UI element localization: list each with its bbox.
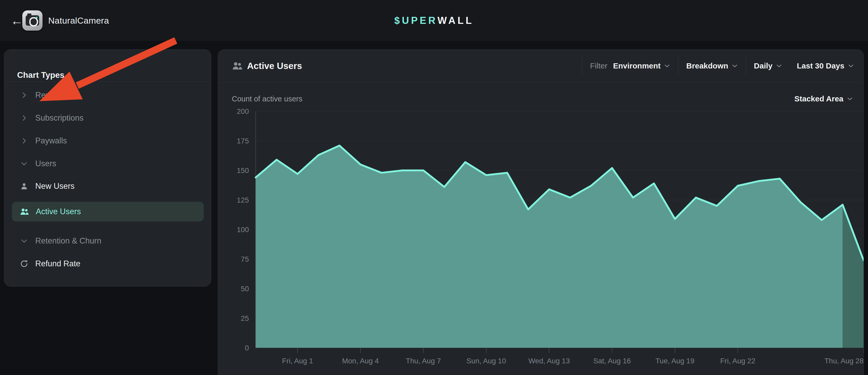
- sidebar-item-label: Retention & Churn: [35, 236, 101, 246]
- divider: [4, 81, 211, 82]
- chevron-down-icon: [847, 63, 854, 69]
- active-users-panel: Active Users Filter Environment Breakdow…: [218, 49, 864, 375]
- sidebar-item-label: Active Users: [36, 207, 81, 216]
- sidebar-item-label: Paywalls: [35, 136, 67, 146]
- chevron-down-icon: [20, 237, 29, 245]
- svg-text:Wed, Aug 13: Wed, Aug 13: [528, 357, 570, 365]
- sidebar-item-label: New Users: [35, 182, 75, 191]
- person-icon: [20, 182, 29, 191]
- chevron-right-icon: [20, 136, 29, 145]
- chevron-right-icon: [20, 114, 29, 122]
- refresh-icon: [20, 259, 29, 268]
- svg-text:100: 100: [237, 226, 249, 234]
- panel-header: Active Users Filter Environment Breakdow…: [218, 50, 864, 82]
- svg-text:75: 75: [241, 255, 249, 263]
- svg-text:125: 125: [237, 196, 249, 204]
- area-chart-svg: 0255075100125150175200Fri, Aug 1Mon, Aug…: [230, 108, 864, 368]
- svg-text:50: 50: [241, 285, 249, 293]
- environment-dropdown[interactable]: Environment: [613, 61, 671, 70]
- area-chart: 0255075100125150175200Fri, Aug 1Mon, Aug…: [230, 108, 864, 368]
- svg-text:175: 175: [237, 137, 249, 145]
- divider: [678, 57, 679, 75]
- breakdown-dropdown[interactable]: Breakdown: [686, 61, 738, 70]
- sidebar-item-label: Users: [35, 159, 56, 168]
- people-icon: [232, 60, 243, 71]
- sidebar-item-label: Refund Rate: [35, 259, 81, 269]
- chevron-down-icon: [846, 95, 853, 102]
- divider: [582, 57, 582, 75]
- sidebar-item-label: Subscriptions: [35, 113, 84, 123]
- chevron-down-icon: [776, 63, 782, 69]
- chart-controls: Filter Environment Breakdown Daily: [574, 50, 854, 82]
- svg-text:Fri, Aug 22: Fri, Aug 22: [720, 357, 755, 365]
- svg-text:0: 0: [245, 344, 249, 352]
- sidebar-item-revenue[interactable]: Revenue: [4, 84, 211, 106]
- chevron-right-icon: [20, 91, 29, 100]
- chart-type-dropdown[interactable]: Stacked Area: [794, 94, 853, 103]
- sidebar-item-active-users[interactable]: Active Users: [12, 202, 204, 221]
- svg-text:150: 150: [237, 166, 249, 175]
- filter-label: Filter: [590, 61, 608, 70]
- divider: [218, 82, 864, 83]
- svg-text:Sat, Aug 16: Sat, Aug 16: [593, 357, 631, 365]
- logo-suffix: WALL: [438, 15, 474, 26]
- svg-text:Sun, Aug 10: Sun, Aug 10: [466, 357, 506, 365]
- panel-title: Active Users: [247, 61, 302, 71]
- svg-text:Mon, Aug 4: Mon, Aug 4: [342, 357, 379, 365]
- sidebar-item-label: Revenue: [35, 91, 67, 100]
- svg-text:Fri, Aug 1: Fri, Aug 1: [282, 357, 313, 365]
- interval-dropdown[interactable]: Daily: [754, 61, 782, 70]
- people-icon: [20, 207, 29, 216]
- topbar: ← NaturalCamera $UPERWALL: [0, 0, 868, 41]
- superwall-logo: $UPERWALL: [0, 0, 868, 41]
- page: { "topbar": { "app_name": "NaturalCamera…: [0, 0, 868, 375]
- sidebar-item-new-users[interactable]: New Users: [4, 175, 211, 198]
- svg-text:25: 25: [241, 314, 249, 322]
- svg-text:Thu, Aug 28: Thu, Aug 28: [825, 357, 864, 365]
- chart-subtitle: Count of active users: [232, 95, 302, 103]
- chevron-down-icon: [732, 63, 738, 69]
- logo-prefix: $UPER: [394, 15, 438, 26]
- sidebar-item-retention-churn[interactable]: Retention & Churn: [4, 229, 211, 252]
- sidebar-title: Chart Types: [17, 70, 65, 80]
- chart-types-sidebar: Chart Types Revenue Subscriptions Paywal…: [4, 49, 211, 287]
- sidebar-item-subscriptions[interactable]: Subscriptions: [4, 106, 211, 129]
- chevron-down-icon: [664, 63, 671, 69]
- svg-text:Thu, Aug 7: Thu, Aug 7: [406, 357, 441, 365]
- sidebar-item-users[interactable]: Users: [4, 152, 211, 175]
- date-range-dropdown[interactable]: Last 30 Days: [797, 61, 854, 70]
- chevron-down-icon: [20, 159, 29, 168]
- svg-text:Tue, Aug 19: Tue, Aug 19: [655, 357, 694, 365]
- svg-text:200: 200: [237, 108, 249, 116]
- sidebar-item-refund-rate[interactable]: Refund Rate: [4, 252, 211, 275]
- sidebar-item-paywalls[interactable]: Paywalls: [4, 129, 211, 152]
